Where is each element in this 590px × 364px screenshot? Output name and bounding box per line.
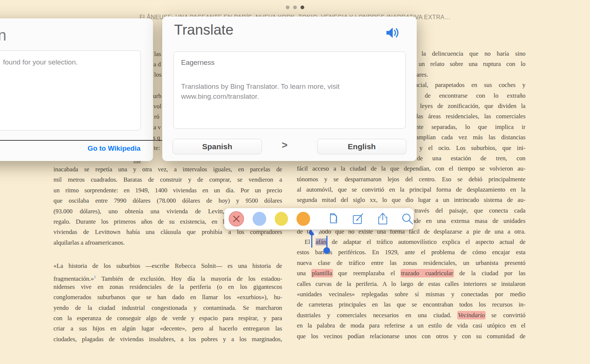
text-line: nidenses vive en zonas residenciales de … — [53, 282, 282, 292]
occluded-text-fragment: ró — [154, 113, 159, 120]
text-line: inacabada se repetía una y otra vez, a i… — [53, 164, 282, 175]
text-line: una plantilla que reemplazaba el trazado… — [297, 268, 525, 279]
page-dot[interactable] — [293, 6, 297, 9]
text-line: segunda mitad del siglo xx, lo que dio l… — [297, 195, 525, 205]
highlight-orange-button[interactable] — [296, 212, 310, 226]
translate-title: Translate — [174, 22, 233, 38]
highlighted-text[interactable]: Vecindario — [458, 312, 485, 319]
dictionary-popup: n found for your selection. Go to Wikipe… — [0, 18, 153, 161]
text-line: fácil acceso a la ciudad de la que depen… — [297, 164, 525, 174]
go-to-wikipedia-link[interactable]: Go to Wikipedia — [88, 144, 140, 153]
text-line: mil metros cuadrados. Baratas de constru… — [53, 175, 282, 185]
text-line: dustriales y comerciales necesarios en u… — [297, 310, 525, 321]
text-line: que los vecinos podían relacionarse unos… — [297, 331, 525, 342]
share-icon[interactable] — [376, 213, 389, 225]
toolbar-caret — [310, 229, 322, 237]
text-line: de carreteras principales en las que se … — [297, 300, 525, 310]
text-line: que oscilaba entre 7990 dólares (78.000 … — [53, 196, 282, 206]
text-line: yendo de la ciudad industrial congestion… — [53, 303, 282, 313]
text-line: alquilarlas a afroamericanos. — [53, 238, 282, 248]
dictionary-result-box: found for your selection. — [0, 50, 141, 130]
search-icon[interactable] — [401, 213, 414, 225]
highlighted-text[interactable]: plantilla — [312, 270, 332, 277]
translation-result: Eagerness — [181, 59, 215, 67]
selected-word[interactable]: afán — [316, 238, 326, 245]
text-line: nueva clase de tráfico entre las zonas r… — [297, 258, 525, 268]
page-dots — [0, 6, 590, 9]
selection-toolbar — [224, 208, 414, 230]
copy-icon[interactable] — [327, 213, 340, 225]
highlighted-text[interactable]: trazado cuadricular — [401, 270, 453, 277]
text-line: ciudades, plagadas de viviendas insalubr… — [53, 334, 282, 344]
page-dot[interactable] — [301, 6, 304, 9]
speaker-icon[interactable] — [386, 26, 400, 39]
occluded-text-fragment: te: — [154, 144, 160, 152]
translation-attribution: Translations by Bing Translator. To lear… — [181, 81, 382, 101]
occluded-text-fragment: los — [154, 71, 162, 78]
page-dot[interactable] — [286, 6, 289, 9]
remove-highlight-button[interactable] — [229, 211, 244, 227]
occluded-text-fragment: a v — [153, 124, 161, 131]
text-line: fragmentación.»1 También de exclusión. H… — [53, 272, 282, 282]
text-line: estos barrios periféricos. En 1929, ante… — [297, 247, 525, 258]
text-line: tónomos y se desparramaron lejos del cen… — [297, 174, 525, 185]
text-line: un ritmo sorprendente: en 1949, 1400 viv… — [53, 185, 282, 196]
text-line: en la palabra de moda para referirse a u… — [297, 321, 525, 331]
note-icon[interactable] — [352, 213, 364, 225]
selection-handle-end-dot[interactable] — [323, 247, 330, 254]
text-line: criar a sus hijos en algún lugar «decent… — [53, 323, 282, 334]
occluded-text-fragment: urb — [153, 92, 162, 100]
occluded-text-fragment: vol — [153, 103, 162, 110]
text-line: conglomerados suburbanos que se han dado… — [53, 292, 282, 302]
text-line: calles curvas de la periferia. A lo larg… — [297, 279, 525, 289]
text-line: al automóvil, que se convirtió en la pri… — [297, 185, 525, 195]
dictionary-no-results-text: found for your selection. — [3, 58, 78, 66]
occluded-text-fragment: las — [154, 50, 161, 58]
highlight-yellow-button[interactable] — [275, 212, 288, 226]
dictionary-term: n — [0, 27, 6, 44]
translation-result-box: Eagerness Translations by Bing Translato… — [173, 52, 406, 129]
text-column-left: inacabada se repetía una y otra vez, a i… — [53, 164, 282, 344]
text-line: El afán de adaptar el tráfico automovilí… — [297, 237, 525, 247]
highlight-blue-button[interactable] — [253, 212, 266, 226]
text-line: «unidades vecinales» replegadas sobre sí… — [297, 289, 525, 300]
source-language-button[interactable]: Spanish — [173, 139, 262, 154]
text-line: «La historia de los suburbios —escribe R… — [53, 261, 282, 271]
text-line: con la esperanza de conseguir algo de ve… — [53, 313, 282, 323]
language-direction-arrow: > — [282, 140, 288, 151]
occluded-text-fragment: a d — [153, 61, 161, 68]
translate-popup: Translate Eagerness Translations by Bing… — [162, 17, 417, 161]
target-language-button[interactable]: English — [317, 139, 406, 154]
